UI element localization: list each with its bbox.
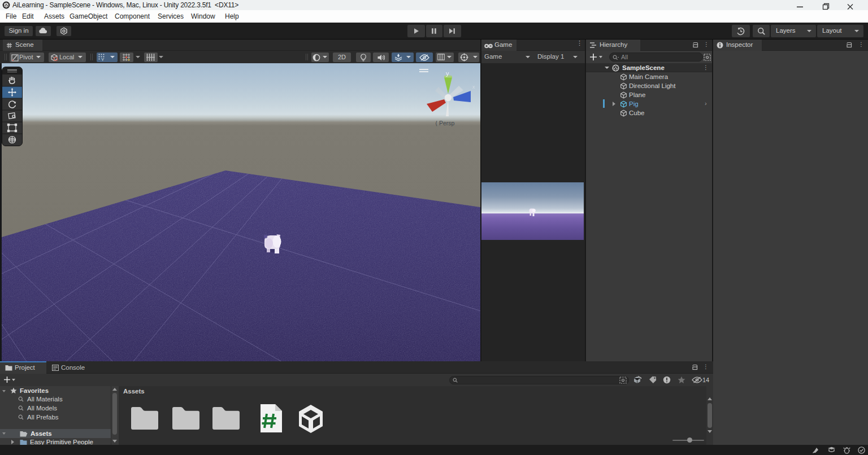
- svg-text:x: x: [472, 84, 475, 90]
- svg-text:y: y: [446, 71, 449, 77]
- svg-text:Y: Y: [101, 57, 105, 62]
